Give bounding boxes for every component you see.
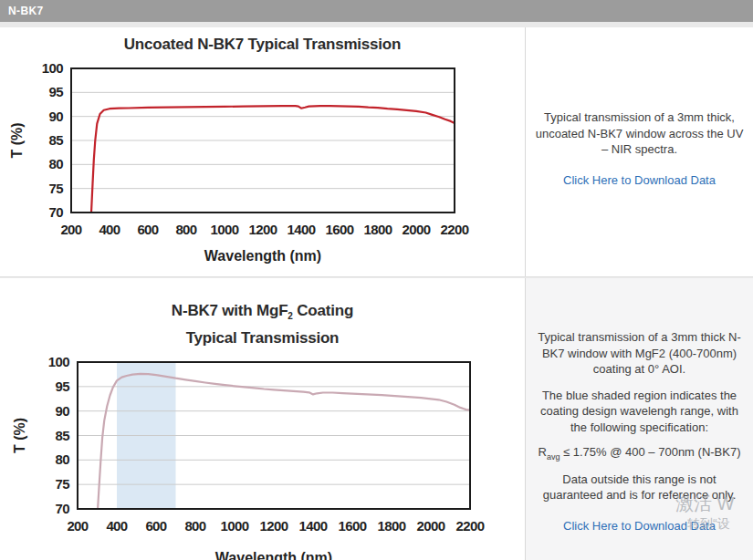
svg-text:1000: 1000 [211, 222, 239, 237]
coating-spec-value: ≤ 1.75% @ 400 – 700nm (N-BK7) [560, 445, 740, 459]
coated-chart-title-line2: Typical Transmission [0, 327, 525, 349]
svg-text:95: 95 [56, 379, 70, 394]
uncoated-chart-title: Uncoated N-BK7 Typical Transmission [0, 36, 525, 54]
uncoated-transmission-section: Uncoated N-BK7 Typical Transmission 7075… [0, 27, 753, 277]
svg-text:1400: 1400 [288, 222, 316, 237]
svg-text:95: 95 [49, 84, 64, 99]
svg-text:400: 400 [99, 222, 120, 237]
svg-text:T (%): T (%) [12, 418, 27, 453]
svg-text:400: 400 [106, 518, 127, 534]
svg-text:Wavelength (nm): Wavelength (nm) [215, 550, 332, 560]
coated-chart-title-line1-text: N-BK7 with MgF [172, 302, 288, 319]
svg-text:100: 100 [48, 354, 69, 369]
svg-text:2000: 2000 [417, 518, 445, 534]
uncoated-description: Typical transmission of a 3mm thick, unc… [526, 109, 753, 158]
svg-text:90: 90 [49, 109, 64, 124]
svg-text:1800: 1800 [364, 222, 392, 237]
svg-text:600: 600 [145, 518, 166, 534]
uncoated-transmission-chart: 7075808590951002004006008001000120014001… [0, 27, 525, 277]
svg-text:85: 85 [49, 132, 64, 148]
svg-text:70: 70 [49, 204, 64, 220]
svg-text:1600: 1600 [326, 222, 354, 237]
svg-text:1600: 1600 [339, 518, 367, 534]
coating-shaded-region-note: The blue shaded region indicates the coa… [526, 388, 753, 436]
section-tab-label: N-BK7 [8, 5, 44, 17]
svg-text:800: 800 [175, 222, 196, 237]
coating-spec: Ravg ≤ 1.75% @ 400 – 700nm (N-BK7) [539, 445, 741, 461]
svg-text:70: 70 [56, 501, 70, 516]
svg-text:80: 80 [49, 156, 64, 171]
svg-text:200: 200 [67, 518, 88, 534]
svg-text:75: 75 [56, 476, 70, 492]
svg-text:1000: 1000 [221, 518, 249, 534]
coated-description-area: Typical transmission of a 3mm thick N-BK… [525, 278, 753, 560]
svg-text:1200: 1200 [260, 518, 288, 534]
svg-text:200: 200 [60, 222, 81, 237]
page: N-BK7 Uncoated N-BK7 Typical Transmissio… [0, 0, 753, 560]
svg-text:2200: 2200 [441, 222, 469, 237]
coated-chart-title-line1-suffix: Coating [293, 302, 353, 319]
svg-text:90: 90 [56, 403, 70, 419]
svg-text:75: 75 [49, 181, 64, 196]
svg-text:2200: 2200 [456, 518, 485, 534]
uncoated-chart-area: Uncoated N-BK7 Typical Transmission 7075… [0, 27, 525, 276]
coated-download-data-link[interactable]: Click Here to Download Data [563, 519, 716, 533]
section-header-bar: N-BK7 [0, 0, 753, 22]
coated-chart-title: N-BK7 with MgF2 Coating Typical Transmis… [0, 300, 525, 349]
coating-reference-note: Data outside this range is not guarantee… [526, 472, 753, 503]
svg-text:85: 85 [56, 428, 70, 443]
coating-spec-subscript: avg [547, 452, 560, 461]
svg-text:Wavelength (nm): Wavelength (nm) [204, 248, 321, 264]
svg-text:2000: 2000 [403, 222, 431, 237]
svg-text:1200: 1200 [249, 222, 277, 237]
svg-text:T (%): T (%) [9, 122, 25, 158]
svg-text:1400: 1400 [299, 518, 328, 534]
uncoated-description-area: Typical transmission of a 3mm thick, unc… [525, 27, 753, 276]
svg-text:600: 600 [137, 222, 158, 237]
coated-transmission-section: N-BK7 with MgF2 Coating Typical Transmis… [0, 278, 753, 560]
svg-text:100: 100 [42, 60, 63, 76]
coated-chart-title-line1: N-BK7 with MgF2 Coating [0, 300, 525, 327]
svg-text:80: 80 [56, 451, 70, 467]
uncoated-download-data-link[interactable]: Click Here to Download Data [563, 173, 716, 187]
coating-spec-symbol: R [539, 445, 547, 459]
coated-chart-area: N-BK7 with MgF2 Coating Typical Transmis… [0, 278, 525, 560]
svg-text:800: 800 [184, 518, 205, 534]
svg-text:1800: 1800 [378, 518, 406, 534]
coated-description: Typical transmission of a 3mm thick N-BK… [526, 329, 753, 378]
